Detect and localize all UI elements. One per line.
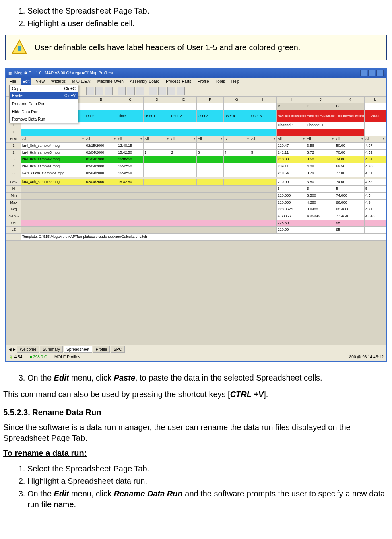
filter-row[interactable]: Filter AllAllAllAllAllAllAllAllAllAllAll… — [6, 136, 386, 142]
stats-row: N5555 — [6, 185, 386, 192]
toolbar: CopyCtrl+C PasteCtrl+V Rename Data Run H… — [6, 86, 386, 96]
stats-row: Std Dev4.633564.353457.143484.543 — [6, 213, 386, 220]
menu-process[interactable]: Process-Parts — [165, 78, 192, 85]
spreadsheet-grid[interactable]: BCDEFGHIJKL DDD DateTime User 1User 2Use… — [6, 96, 386, 345]
tab-profile[interactable]: Profile — [93, 346, 110, 353]
stats-row: Max210.0004.28096.0004.9 — [6, 199, 386, 206]
toolbar-button[interactable] — [86, 87, 94, 95]
toolbar-button[interactable] — [118, 87, 126, 95]
ctx-copy[interactable]: CopyCtrl+C — [10, 85, 78, 93]
stats-row: Avg220.86243.840080.46004.71 — [6, 206, 386, 213]
close-button[interactable] — [376, 70, 384, 76]
ctx-rename[interactable]: Rename Data Run — [10, 101, 78, 108]
tab-spreadsheet[interactable]: Spreadsheet — [64, 346, 92, 353]
limit-row: US228.5095 — [6, 220, 386, 226]
maximize-button[interactable] — [368, 70, 375, 76]
tip-icon — [11, 39, 27, 56]
screenshot-container: ▦ MegaA.O.I. 1.0 | MAP V8.00 C:\MegaAOI\… — [5, 68, 387, 362]
steps-list-b: Select the Spreadsheet Page Tab. Highlig… — [3, 463, 389, 511]
tip-box: User definable cells have label headers … — [5, 35, 387, 60]
tab-summary[interactable]: Summary — [40, 346, 63, 353]
data-row: 2kn4_8ch_sample3.mpg02/04/200015:42:5012… — [6, 149, 386, 156]
toolbar-button[interactable] — [136, 87, 144, 95]
data-row-selected: 3kn4_8ch_sample2.mpg01/04/190015:05:5021… — [6, 156, 386, 163]
steps-list-a-cont: On the Edit menu, click Paste, to paste … — [3, 372, 389, 384]
shortcut-note: This command can also be used by pressin… — [3, 389, 389, 400]
app-icon: ▦ — [8, 70, 12, 76]
edit-context-menu[interactable]: CopyCtrl+C PasteCtrl+V Rename Data Run H… — [9, 85, 78, 123]
step-b3: On the Edit menu, click Rename Data Run … — [27, 488, 389, 511]
menu-help[interactable]: Help — [230, 78, 241, 85]
tab-welcome[interactable]: Welcome — [17, 346, 39, 353]
toolbar-button[interactable] — [167, 87, 175, 95]
menu-tools[interactable]: Tools — [214, 78, 226, 85]
toolbar-button[interactable] — [158, 87, 166, 95]
data-row: 55/31_30cm_Sample4.mpg02/04/200015:42:50… — [6, 170, 386, 177]
menu-wizards[interactable]: Wizards — [50, 78, 67, 85]
step-a3: On the Edit menu, click Paste, to paste … — [27, 372, 389, 384]
step-a1: Select the Spreadsheet Page Tab. — [27, 5, 389, 17]
ctx-paste[interactable]: PasteCtrl+V — [10, 92, 78, 99]
step-a2: Highlight a user definable cell. — [27, 17, 389, 30]
data-row: Gen2kn4_8ch_sample2.mpg02/04/200015:42:5… — [6, 179, 386, 185]
step-b2: Highlight a Spreadsheet data run. — [27, 475, 389, 488]
toolbar-button[interactable] — [105, 87, 113, 95]
toolbar-button[interactable] — [95, 87, 103, 95]
menu-mole[interactable]: M.O.L.E.® — [71, 78, 92, 85]
tab-spc[interactable]: SPC — [111, 346, 125, 353]
limit-row: LS210.0095 — [6, 226, 386, 233]
menu-view[interactable]: View — [35, 78, 46, 85]
stats-row: Min210.0003.50074.0004.3 — [6, 192, 386, 199]
window-buttons — [360, 70, 384, 76]
blank-grid-area — [6, 241, 386, 345]
window-title: MegaA.O.I. 1.0 | MAP V8.00 C:\MegaAOI\Ma… — [14, 70, 113, 76]
data-row: 4kn4_8ch_sample1.mpg02/04/200015:42:5023… — [6, 163, 386, 170]
menu-assembly[interactable]: Assembly-Board — [129, 78, 161, 85]
menu-file[interactable]: File — [8, 78, 17, 85]
rename-paragraph: Since the software is a data run manager… — [3, 422, 389, 444]
menu-profile[interactable]: Profile — [196, 78, 210, 85]
ctx-hide[interactable]: Hide Data Run — [10, 109, 78, 116]
toolbar-button[interactable] — [149, 87, 157, 95]
status-bar: 🔋 4.54 ■ 298.0 C MOLE Profiles 800 @ 96 … — [6, 354, 386, 361]
toolbar-button[interactable] — [127, 87, 135, 95]
window-titlebar: ▦ MegaA.O.I. 1.0 | MAP V8.00 C:\MegaAOI\… — [6, 69, 386, 78]
step-b1: Select the Spreadsheet Page Tab. — [27, 463, 389, 475]
data-row: 1kn4_8ch_sample4.mpg02/15/200012:48:1512… — [6, 142, 386, 149]
ctx-remove[interactable]: Remove Data Run — [10, 116, 78, 123]
steps-list-a: Select the Spreadsheet Page Tab. Highlig… — [3, 5, 389, 30]
section-heading-rename: 5.5.2.3. Rename Data Run — [3, 407, 389, 418]
rename-subheading: To rename a data run: — [3, 448, 389, 459]
minimize-button[interactable] — [360, 70, 367, 76]
menu-machine[interactable]: Machine-Oven — [96, 78, 125, 85]
menu-edit[interactable]: Edit — [21, 78, 31, 85]
toolbar-button[interactable] — [177, 87, 185, 95]
tip-text: User definable cells have label headers … — [35, 42, 300, 53]
svg-rect-1 — [18, 46, 21, 51]
sheet-tabs[interactable]: ◀ ▶ Welcome Summary Spreadsheet Profile … — [6, 345, 386, 354]
